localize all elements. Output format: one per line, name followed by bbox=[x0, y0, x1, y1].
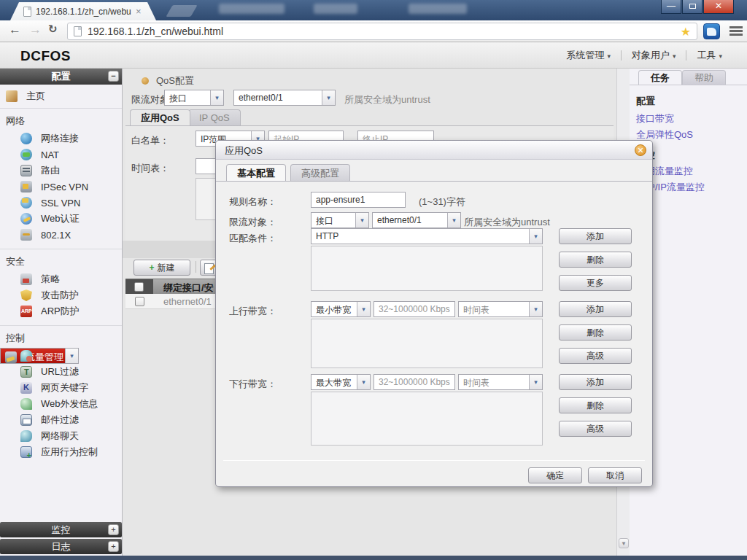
rule-name-hint: (1~31)字符 bbox=[419, 195, 465, 209]
page-favicon bbox=[23, 7, 31, 17]
row-checkbox[interactable] bbox=[135, 297, 144, 306]
dialog-tab-advanced[interactable]: 高级配置 bbox=[290, 164, 350, 181]
button-label: 取消 bbox=[606, 470, 624, 481]
button-label: 删除 bbox=[587, 254, 604, 265]
select-value: ethernet0/1 bbox=[377, 215, 422, 225]
limit-target-select[interactable]: 接口 bbox=[311, 212, 369, 228]
bookmark-star-icon[interactable]: ★ bbox=[681, 25, 691, 39]
sidebar-item-label: 攻击防护 bbox=[41, 289, 79, 302]
upstream-add-button[interactable]: 添加 bbox=[559, 301, 632, 317]
sidebar-section-network: 网络 网络连接 NAT 路由 IPSec VPN SSL VPN Web认证 bbox=[0, 109, 122, 249]
interface-select[interactable]: ethernet0/1 bbox=[372, 212, 461, 228]
address-bar[interactable]: 192.168.1.1/zh_cn/webui.html ★ bbox=[67, 23, 697, 40]
downstream-advanced-button[interactable]: 高级 bbox=[559, 421, 632, 437]
expand-icon[interactable]: + bbox=[108, 524, 119, 535]
sidebar-item-label: 邮件过滤 bbox=[41, 413, 79, 427]
expand-icon[interactable]: + bbox=[108, 541, 119, 552]
upstream-schedule-select[interactable]: 时间表 bbox=[458, 301, 543, 317]
match-add-button[interactable]: 添加 bbox=[559, 228, 632, 244]
back-icon[interactable]: ← bbox=[9, 23, 21, 37]
sidebar-item-ipsec-vpn[interactable]: IPSec VPN bbox=[0, 179, 122, 195]
interface-select[interactable]: ethernet0/1 bbox=[233, 90, 336, 106]
sidebar-item-traffic-management[interactable]: 流量管理 bbox=[0, 348, 79, 364]
menu-object-user[interactable]: 对象用户 bbox=[622, 49, 686, 62]
restore-button[interactable] bbox=[682, 0, 703, 14]
tab-help[interactable]: 帮助 bbox=[682, 70, 726, 85]
select-all-checkbox[interactable] bbox=[134, 282, 144, 292]
extension-icon[interactable] bbox=[703, 23, 720, 39]
cell-interface: ethernet0/1 bbox=[163, 296, 212, 307]
new-button[interactable]: 新建 bbox=[133, 260, 190, 276]
upstream-mode-select[interactable]: 最小带宽 bbox=[311, 301, 371, 317]
sidebar-item-app-behavior[interactable]: 应用行为控制 bbox=[0, 444, 122, 460]
rule-name-input[interactable]: app-ensure1 bbox=[311, 192, 406, 208]
titlebar-artifact bbox=[409, 4, 467, 14]
scroll-down-icon[interactable]: ▼ bbox=[619, 538, 629, 548]
tab-ip-qos[interactable]: IP QoS bbox=[188, 109, 241, 125]
tab-close-icon[interactable]: × bbox=[136, 7, 142, 16]
match-delete-button[interactable]: 删除 bbox=[559, 252, 632, 268]
ok-button[interactable]: 确定 bbox=[528, 467, 582, 483]
sidebar-item-mail-filter[interactable]: 邮件过滤 bbox=[0, 412, 122, 428]
collapse-icon[interactable]: − bbox=[108, 71, 119, 82]
sidebar-item-url-filter[interactable]: URL过滤 bbox=[0, 364, 122, 380]
column-header: 绑定接口/安 bbox=[163, 281, 214, 295]
downstream-mode-select[interactable]: 最大带宽 bbox=[311, 374, 371, 390]
menu-system-admin[interactable]: 系统管理 bbox=[556, 49, 621, 62]
sidebar-item-web-auth[interactable]: Web认证 bbox=[0, 211, 122, 227]
forward-icon[interactable]: → bbox=[29, 23, 42, 37]
sidebar-bottom: 监控 + 日志 + bbox=[0, 521, 122, 554]
sidebar-item-attack-defense[interactable]: 攻击防护 bbox=[0, 287, 122, 303]
sidebar-bar-monitor[interactable]: 监控 + bbox=[0, 522, 122, 537]
sidebar-item-web-keyword[interactable]: 网页关键字 bbox=[0, 380, 122, 396]
browser-tab[interactable]: 192.168.1.1/zh_cn/webu × bbox=[10, 2, 156, 20]
browser-menu-icon[interactable] bbox=[729, 26, 743, 36]
tab-app-qos[interactable]: 应用QoS bbox=[130, 109, 190, 125]
limit-target-select[interactable]: 接口 bbox=[164, 90, 224, 106]
sidebar-item-network-connection[interactable]: 网络连接 bbox=[0, 131, 122, 147]
dialog-close-icon[interactable]: ✕ bbox=[635, 144, 646, 156]
sidebar-item-network-chat[interactable]: 网络聊天 bbox=[0, 428, 122, 444]
sidebar-item-home[interactable]: 主页 bbox=[0, 85, 122, 109]
link-interface-bandwidth[interactable]: 接口带宽 bbox=[636, 112, 674, 125]
sidebar-item-label: 主页 bbox=[26, 90, 45, 103]
sidebar-item-arp-defense[interactable]: ARP防护 bbox=[0, 303, 122, 319]
sidebar-item-label: 802.1X bbox=[41, 230, 71, 241]
match-condition-select[interactable]: HTTP bbox=[311, 228, 543, 244]
close-window-button[interactable]: ✕ bbox=[703, 0, 734, 14]
sidebar-item-ssl-vpn[interactable]: SSL VPN bbox=[0, 195, 122, 211]
sidebar-item-web-outgoing[interactable]: Web外发信息 bbox=[0, 396, 122, 412]
upstream-bandwidth-input[interactable]: 32~1000000 Kbps bbox=[374, 301, 455, 317]
app-control-icon bbox=[20, 446, 32, 458]
web-info-icon bbox=[20, 398, 32, 410]
tab-tasks[interactable]: 任务 bbox=[638, 70, 682, 85]
menu-tools[interactable]: 工具 bbox=[686, 49, 732, 62]
downstream-add-button[interactable]: 添加 bbox=[559, 374, 632, 390]
upstream-advanced-button[interactable]: 高级 bbox=[559, 348, 632, 364]
cancel-button[interactable]: 取消 bbox=[588, 467, 642, 483]
downstream-bandwidth-input[interactable]: 32~1000000 Kbps bbox=[374, 374, 455, 390]
downstream-delete-button[interactable]: 删除 bbox=[559, 397, 632, 413]
upstream-delete-button[interactable]: 删除 bbox=[559, 324, 632, 341]
sidebar-item-policy[interactable]: 策略 bbox=[0, 271, 122, 287]
url-text[interactable]: 192.168.1.1/zh_cn/webui.html bbox=[88, 26, 681, 37]
dialog-titlebar[interactable]: 应用QoS ✕ bbox=[216, 141, 652, 160]
chat-icon bbox=[20, 430, 32, 442]
mail-icon bbox=[20, 414, 32, 426]
button-label: 新建 bbox=[158, 262, 175, 273]
match-more-button[interactable]: 更多 bbox=[559, 275, 632, 291]
reload-icon[interactable]: ↻ bbox=[48, 23, 58, 36]
tab-label: 应用QoS bbox=[141, 112, 179, 123]
sidebar-item-8021x[interactable]: 802.1X bbox=[0, 227, 122, 243]
section-label: 控制 bbox=[0, 326, 122, 348]
select-value: HTTP bbox=[316, 231, 338, 241]
dialog-tab-basic[interactable]: 基本配置 bbox=[226, 164, 286, 181]
key-icon bbox=[20, 229, 32, 241]
sidebar-bar-log[interactable]: 日志 + bbox=[0, 539, 122, 554]
sidebar-item-nat[interactable]: NAT bbox=[0, 147, 122, 163]
downstream-schedule-select[interactable]: 时间表 bbox=[458, 374, 543, 390]
sidebar-item-routing[interactable]: 路由 bbox=[0, 163, 122, 179]
tab-label: 基本配置 bbox=[237, 168, 275, 179]
minimize-button[interactable]: — bbox=[661, 0, 681, 14]
new-tab-button[interactable] bbox=[166, 5, 197, 17]
